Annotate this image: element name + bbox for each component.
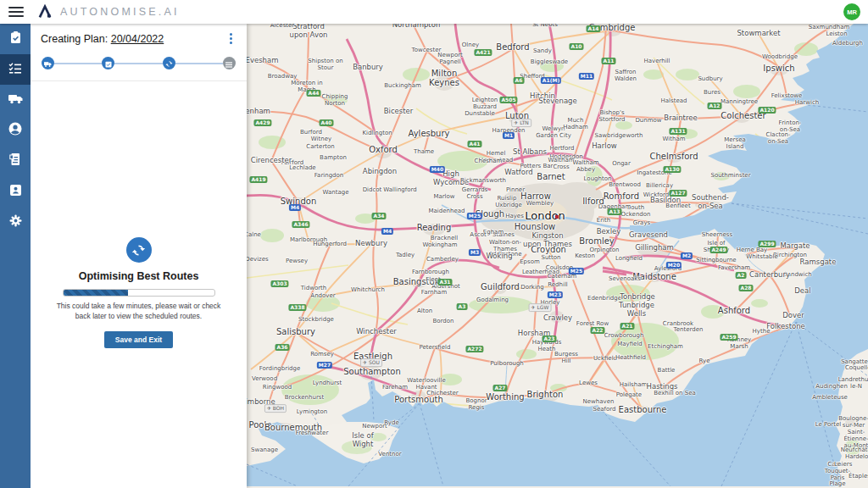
map-place-label: Redhill: [548, 282, 568, 289]
map-place-label: Chipping Norton: [322, 94, 348, 108]
map-place-label: Hastings: [647, 383, 678, 391]
map-place-label: London: [525, 210, 565, 223]
road-shield: A303: [270, 280, 288, 287]
map-place-label: Havant: [415, 385, 437, 391]
hamburger-menu-icon[interactable]: [8, 4, 24, 19]
road-shield: M20: [666, 262, 682, 269]
map-place-label: Folkestone: [766, 323, 805, 331]
map-place-label: Dover: [782, 312, 804, 320]
map-place-label: Broadway: [268, 74, 298, 80]
map-place-label: Felixstowe: [771, 93, 803, 100]
map-place-label: St Neots: [532, 24, 558, 29]
sidebar-item-drivers[interactable]: [0, 115, 31, 146]
map-place-label: Sutton: [541, 255, 560, 262]
map-place-label: Hoddesdon: [549, 154, 583, 161]
map-place-label: Boulogne- sur-Mer: [838, 416, 868, 430]
map-place-label: Potters Bar: [520, 164, 554, 170]
road-shield: A10: [570, 43, 584, 50]
map-place-label: Haywards Heath: [532, 340, 562, 353]
map-place-label: Sittingbourne: [696, 258, 736, 264]
map-place-label: Uckfield: [593, 356, 617, 363]
map-place-label: Whitstable: [746, 254, 777, 261]
map-place-label: Romney Marsh: [727, 337, 752, 351]
map-place-label: Sandy: [533, 48, 552, 55]
map-place-label: Wallingford: [383, 187, 416, 194]
map-place-label: Winchester: [356, 328, 397, 336]
step-optimise[interactable]: [163, 57, 175, 69]
map-place-label: Eastleigh: [353, 352, 392, 361]
map-place-label: Swanage: [251, 447, 278, 454]
clipboard-check-icon: [9, 30, 22, 47]
map-place-label: Whitchurch: [351, 287, 385, 294]
map-place-label: Erith: [597, 218, 610, 225]
map-place-label: Ventnor: [378, 452, 401, 458]
map-place-label: Lyndhurst: [313, 380, 342, 387]
sidebar-item-route-lists[interactable]: [0, 54, 31, 85]
status-note: This could take a few minutes, please wa…: [31, 302, 247, 322]
map-place-label: Ingatestone: [637, 170, 672, 177]
map-place-label: Le Touquet- Paris Plage: [822, 462, 853, 488]
road-shield: M23: [548, 291, 563, 298]
autonomise-logo-icon: [37, 4, 53, 19]
map-place-label: Biggleswade: [531, 59, 568, 66]
map-place-label: Walton-on- Thames: [489, 240, 521, 253]
map-canvas[interactable]: LondonNorthamptonSt NeotsBedfordSandyBig…: [247, 24, 868, 488]
map-place-label: Pewsey: [286, 258, 308, 265]
map-place-label: Woodbridge: [762, 54, 798, 61]
map-place-label: Horley: [541, 300, 560, 307]
map-place-label: Faversham: [718, 265, 750, 272]
sidebar-item-settings[interactable]: [0, 207, 31, 237]
road-shield: A1(M): [541, 77, 561, 84]
map-place-label: Salisbury: [276, 327, 315, 336]
map-place-label: Basingstoke: [393, 277, 445, 286]
panel-title: Creating Plan: 20/04/2022: [41, 33, 164, 45]
map-place-label: Kidlington: [362, 130, 392, 137]
map-place-label: Tadley: [396, 252, 415, 259]
map-place-label: Bognor Regis: [465, 398, 487, 412]
step-vehicles[interactable]: [42, 57, 54, 69]
map-place-label: Moreton in Marsh: [291, 80, 322, 94]
progress-fill: [64, 290, 129, 296]
step-summary[interactable]: [223, 57, 236, 69]
map-place-label: Cheltenham: [247, 108, 270, 116]
map-place-label: Bampton: [320, 155, 347, 162]
progress-bar: [63, 289, 215, 297]
sidebar-item-contacts[interactable]: [0, 176, 31, 207]
map-place-label: Etchingham: [648, 344, 683, 351]
map-place-label: Ashford: [718, 306, 750, 315]
map-place-label: Ascot: [470, 232, 486, 239]
road-shield: M4: [289, 204, 301, 211]
map-place-label: Leiston: [826, 31, 847, 38]
road-shield: A272: [465, 346, 483, 352]
map-place-label: Carterton: [306, 144, 334, 151]
road-shield: A2: [736, 272, 747, 279]
airport-badge: ✈ LGW: [529, 303, 552, 312]
map-place-label: Keston: [575, 253, 595, 260]
map-place-label: Horsham: [518, 330, 550, 338]
road-shield: A11: [602, 58, 616, 64]
kebab-menu-icon[interactable]: [225, 31, 236, 46]
user-avatar[interactable]: MR: [843, 3, 860, 20]
map-place-label: Isle of Sheppey: [704, 241, 730, 254]
map-place-label: Oxford: [369, 145, 398, 154]
save-and-exit-button[interactable]: Save and Exit: [104, 331, 173, 348]
map-place-label: Woking: [486, 252, 512, 261]
map-place-label: Ongar: [612, 161, 631, 168]
map-place-label: Ipswich: [763, 64, 794, 73]
road-shield: A12: [708, 103, 722, 109]
map-place-label: Le Portel: [815, 422, 841, 429]
map-place-label: Towcester: [412, 47, 442, 54]
sidebar-item-plans[interactable]: [0, 24, 31, 54]
map-place-label: Witney: [311, 136, 331, 143]
sidebar-item-reports[interactable]: [0, 146, 31, 176]
sidebar-item-fleet[interactable]: [0, 85, 31, 115]
map-place-label: Freshwater: [296, 430, 329, 437]
map-place-label: Rickmansworth: [460, 178, 506, 185]
map-place-label: Isle of Wight: [352, 432, 373, 448]
map-place-label: Sangatte: [841, 359, 868, 366]
step-schedule[interactable]: [102, 57, 114, 69]
map-place-label: Aylesford: [654, 266, 682, 273]
map-place-label: Étaples: [849, 474, 868, 480]
map-place-label: Southminster: [710, 173, 750, 180]
map-place-label: Saint-Étienne- au-Mont: [843, 430, 868, 449]
